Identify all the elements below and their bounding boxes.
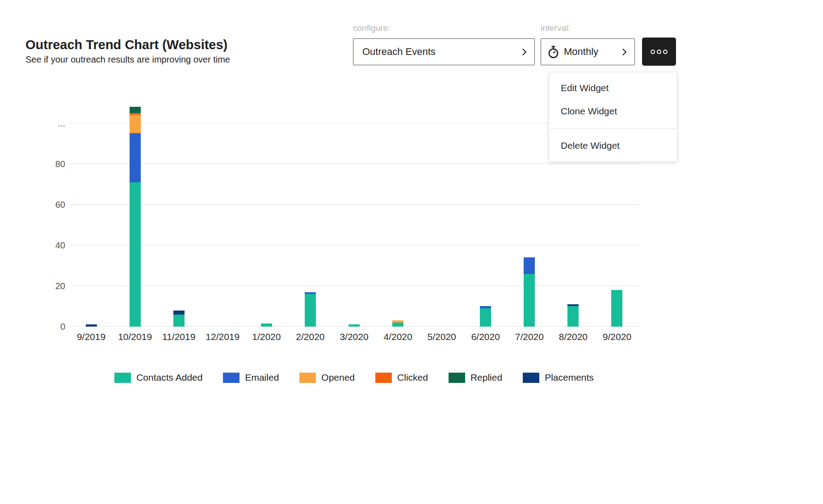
configure-dropdown[interactable]: Outreach Events [353,38,535,65]
x-axis-labels: 9/201910/201911/201912/20191/20202/20203… [69,332,639,342]
x-axis-tick-label: 8/2020 [551,332,595,342]
y-axis-tick-label: 40 [38,240,65,250]
y-axis-tick-label: ... [38,118,65,128]
legend-swatch [114,373,131,383]
legend-swatch [299,373,316,383]
widget-actions-menu: Edit Widget Clone Widget Delete Widget [549,72,677,162]
x-axis-tick-label: 2/2020 [288,332,332,342]
bar-segment-replied [130,107,141,113]
gridline [69,245,639,245]
gridline [69,164,639,164]
x-axis-tick-label: 9/2020 [595,332,639,342]
gridline [69,286,639,286]
legend-item-contacts-added: Contacts Added [114,372,202,383]
x-axis-tick-label: 5/2020 [420,332,464,342]
page-subtitle: See if your outreach results are improvi… [25,55,230,65]
outreach-trend-widget: Outreach Trend Chart (Websites) See if y… [0,0,823,504]
bar-segment-contacts-added [130,182,141,327]
bar-segment-placements [567,304,579,307]
interval-value: Monthly [564,46,598,58]
bar-segment-contacts-added [305,294,316,327]
menu-item-delete-widget[interactable]: Delete Widget [549,134,677,157]
kebab-icon [651,50,668,54]
bar-segment-contacts-added [349,324,360,327]
x-axis-tick-label: 1/2020 [244,332,288,342]
menu-divider [549,128,677,129]
bar-segment-clicked [130,113,141,115]
x-axis-tick-label: 4/2020 [376,332,420,342]
bar-segment-emailed [305,292,316,294]
x-axis-tick-label: 9/2019 [69,332,113,342]
bar-segment-placements [86,324,97,327]
chart-legend: Contacts AddedEmailedOpenedClickedReplie… [69,372,639,383]
chevron-right-icon [620,48,627,55]
legend-label: Emailed [245,372,279,383]
bar-segment-contacts-added [173,315,185,327]
legend-item-opened: Opened [299,372,355,383]
more-actions-button[interactable] [642,38,676,66]
menu-item-clone-widget[interactable]: Clone Widget [549,100,677,123]
x-axis-tick-label: 12/2019 [201,332,244,342]
chevron-right-icon [520,48,527,55]
bar-segment-contacts-added [261,323,272,327]
legend-item-emailed: Emailed [223,372,279,383]
configure-value: Outreach Events [362,46,436,58]
bar-segment-opened [130,115,141,133]
y-axis-tick-label: 60 [38,199,65,210]
legend-swatch [523,373,539,383]
x-axis-tick-label: 3/2020 [332,332,376,342]
bar-segment-contacts-added [392,323,403,327]
bar-segment-contacts-added [524,274,535,327]
legend-label: Replied [470,372,502,383]
x-axis-tick-label: 10/2019 [113,332,157,342]
legend-label: Opened [321,372,355,383]
legend-swatch [223,373,239,383]
bar-segment-emailed [480,306,491,308]
bar-segment-emailed [130,133,141,182]
legend-swatch [375,373,392,383]
legend-swatch [449,373,465,383]
y-axis-tick-label: 0 [38,322,65,332]
legend-label: Clicked [397,372,428,383]
menu-item-edit-widget[interactable]: Edit Widget [549,76,677,100]
interval-label: interval: [541,23,571,33]
stopwatch-icon [547,46,559,59]
interval-dropdown[interactable]: Monthly [541,38,635,65]
legend-item-clicked: Clicked [375,372,428,383]
y-axis-tick-label: 80 [38,159,65,169]
x-axis-tick-label: 6/2020 [464,332,508,342]
bar-segment-emailed [524,257,535,273]
legend-item-replied: Replied [449,372,502,383]
bar-segment-contacts-added [611,290,622,327]
gridline [69,204,639,205]
bar-segment-placements [173,311,185,315]
x-axis-tick-label: 7/2020 [508,332,551,342]
legend-item-placements: Placements [523,372,594,383]
page-title: Outreach Trend Chart (Websites) [25,38,227,52]
legend-label: Contacts Added [136,372,202,383]
configure-label: configure: [353,23,390,33]
bar-segment-opened [392,320,403,323]
bar-segment-contacts-added [567,306,579,327]
legend-label: Placements [545,372,594,383]
x-axis-tick-label: 11/2019 [157,332,201,342]
bar-segment-contacts-added [480,308,491,327]
y-axis-tick-label: 20 [38,281,65,291]
